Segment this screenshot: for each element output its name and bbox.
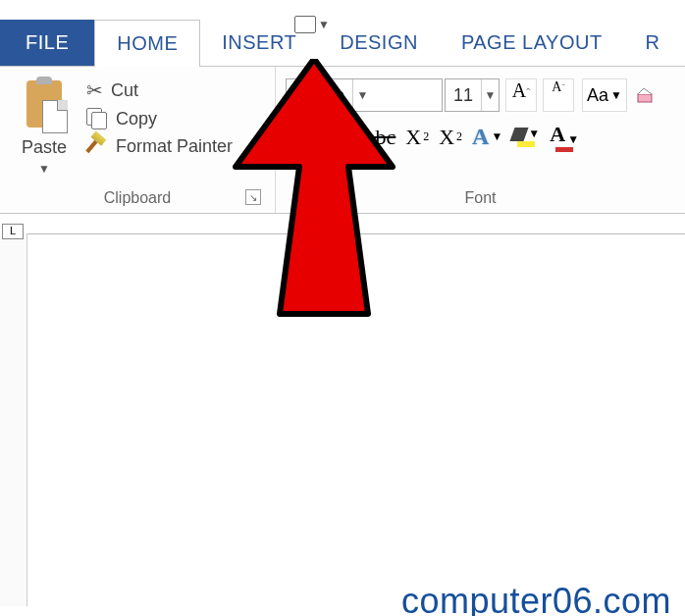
font-size-value: 11	[446, 85, 481, 106]
print-preview-icon[interactable]	[294, 16, 316, 33]
font-size-combo[interactable]: 11 ▼	[445, 78, 500, 112]
copy-button[interactable]: Copy	[86, 108, 233, 129]
paste-dropdown-icon[interactable]: ▼	[38, 162, 50, 176]
group-font: ew Ro ▼ 11 ▼ Aˆ Aˇ Aa▼	[275, 67, 685, 213]
shrink-font-button[interactable]: Aˇ	[543, 78, 574, 112]
tab-references-cut[interactable]: R	[624, 20, 682, 66]
paste-button[interactable]: Paste ▼	[10, 73, 79, 185]
strikethrough-button[interactable]: abc	[366, 125, 396, 150]
subscript-button[interactable]: X2	[405, 125, 429, 150]
font-color-button[interactable]: A▼	[550, 122, 579, 152]
paste-icon	[21, 77, 68, 133]
chevron-down-icon: ▼	[610, 88, 622, 102]
font-size-dropdown-icon[interactable]: ▼	[481, 79, 499, 111]
svg-rect-0	[638, 94, 652, 102]
italic-button[interactable]: I	[310, 125, 317, 150]
chevron-down-icon: ▼	[528, 127, 540, 141]
format-painter-label: Format Painter	[116, 136, 233, 157]
tab-home[interactable]: HOME	[94, 20, 200, 66]
ribbon-tabs: FILE HOME INSERT DESIGN PAGE LAYOUT R	[0, 20, 685, 67]
document-area[interactable]	[27, 233, 685, 616]
tab-page-layout[interactable]: PAGE LAYOUT	[440, 20, 624, 66]
cut-button[interactable]: ✂ Cut	[86, 78, 233, 102]
scissors-icon: ✂	[86, 78, 103, 102]
chevron-down-icon: ▼	[344, 129, 356, 144]
chevron-down-icon: ▼	[567, 132, 579, 147]
text-effects-button[interactable]: A▼	[472, 124, 502, 150]
clear-formatting-button[interactable]	[629, 78, 660, 112]
ruler-corner: L	[2, 224, 24, 239]
app-window: { "tabs": { "file": "FILE", "home": "HOM…	[0, 20, 685, 616]
font-name-value: ew Ro	[287, 85, 352, 106]
group-clipboard: Paste ▼ ✂ Cut Copy Format Painter	[0, 67, 275, 213]
group-clipboard-label: Clipboard ↘	[10, 185, 265, 211]
tab-file[interactable]: FILE	[0, 20, 94, 66]
group-font-label: Font	[286, 185, 675, 211]
underline-button[interactable]: U▼	[327, 125, 356, 150]
grow-font-button[interactable]: Aˆ	[505, 78, 537, 112]
copy-icon	[86, 108, 108, 129]
ribbon-home: Paste ▼ ✂ Cut Copy Format Painter	[0, 67, 685, 214]
paste-label: Paste	[22, 137, 67, 158]
cut-label: Cut	[111, 80, 138, 101]
quick-access-toolbar: ▼	[294, 16, 330, 33]
font-name-dropdown-icon[interactable]: ▼	[352, 79, 372, 111]
chevron-down-icon: ▼	[491, 129, 502, 144]
copy-label: Copy	[116, 109, 157, 129]
clipboard-launcher-icon[interactable]: ↘	[245, 189, 261, 205]
vertical-ruler: L	[0, 233, 27, 606]
eraser-icon	[634, 84, 656, 106]
highlighter-icon	[510, 128, 529, 141]
tab-design[interactable]: DESIGN	[318, 20, 440, 66]
change-case-button[interactable]: Aa▼	[582, 78, 627, 112]
watermark-text: computer06.com	[401, 581, 671, 616]
superscript-button[interactable]: X2	[439, 125, 462, 150]
font-name-combo[interactable]: ew Ro ▼	[286, 78, 443, 112]
highlight-button[interactable]: ▼	[512, 127, 540, 147]
bold-button[interactable]: B	[286, 125, 300, 150]
qat-dropdown-icon[interactable]: ▼	[318, 18, 330, 31]
format-painter-button[interactable]: Format Painter	[86, 135, 233, 157]
brush-icon	[82, 131, 113, 162]
